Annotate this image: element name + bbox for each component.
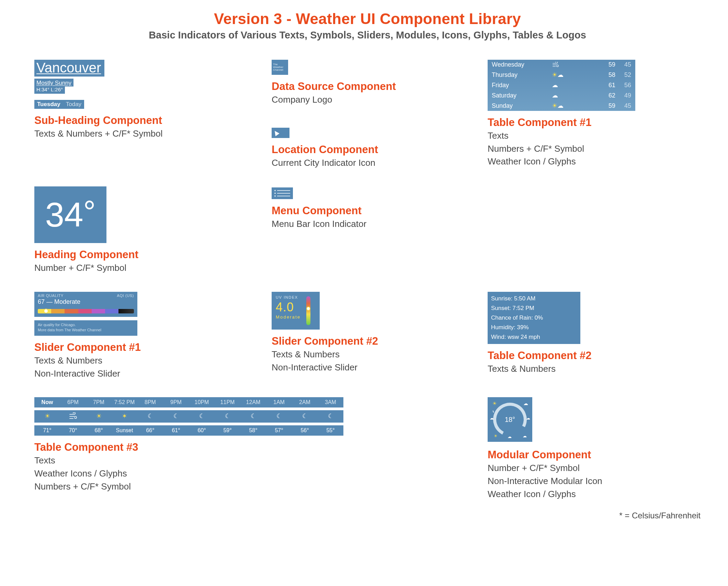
uv-gradient-slider — [306, 296, 310, 325]
moon-icon: ☾ — [189, 412, 215, 421]
day-label: Saturday — [492, 92, 552, 99]
section-desc: Weather Icon / Glyphs — [488, 488, 701, 501]
aqi-value: 67 — Moderate — [34, 298, 137, 309]
moon-icon: ☾ — [240, 412, 266, 421]
aqi-label-left: AIR QUALITY — [38, 294, 64, 298]
moon-icon: ☾ — [215, 412, 240, 421]
hi-temp: 59 — [598, 61, 615, 68]
slider-component-1: AIR QUALITY AQI (US) 67 — Moderate Air q… — [34, 292, 258, 380]
cloud-icon: ☁ — [526, 416, 530, 421]
moon-icon: ☾ — [163, 412, 189, 421]
section-desc: Non-Interactive Slider — [272, 361, 474, 374]
uv-value: 4.0 — [276, 300, 301, 314]
section-desc: Texts & Numbers — [34, 354, 258, 367]
hourly-temps-row: 71° 70° 68° Sunset 66° 61° 60° 59° 58° 5… — [34, 425, 343, 436]
table-component-2: Sunrise: 5:50 AM Sunset: 7:52 PM Chance … — [488, 292, 701, 376]
partly-cloudy-icon: ☀☁ — [552, 71, 576, 79]
table-row: Sunday ☀☁ 59 45 — [488, 101, 635, 111]
section-desc: Number + C/F* Symbol — [34, 262, 258, 275]
aqi-card: AIR QUALITY AQI (US) 67 — Moderate — [34, 292, 137, 317]
table-row: Thursday ☀☁ 58 52 — [488, 70, 635, 80]
sun-icon: ☀ — [34, 412, 60, 421]
list-item: Wind: wsw 24 mph — [491, 332, 577, 342]
hourly-table: Now 6PM 7PM 7:52 PM 8PM 9PM 10PM 11PM 12… — [34, 397, 343, 436]
page-title: Version 3 - Weather UI Component Library — [34, 10, 701, 27]
section-desc: Texts & Numbers — [488, 363, 701, 376]
section-desc: Current City Indicator Icon — [272, 157, 474, 170]
lo-temp: 56 — [615, 82, 631, 89]
cloud-icon: ☁ — [508, 434, 512, 439]
sun-icon: ☀ — [494, 434, 498, 438]
section-desc: Texts — [34, 454, 474, 467]
page-subtitle: Basic Indicators of Various Texts, Symbo… — [34, 30, 701, 41]
modular-component: 18° ☀ ☁ ☁ ☁ ☀ ☁ ☁ Modular Component Numb… — [488, 397, 701, 501]
section-title: Data Source Component — [272, 80, 474, 93]
condition-label: Mostly Sunny — [34, 79, 73, 87]
section-desc: Numbers + C/F* Symbol — [34, 480, 474, 493]
heading-component: 34° Heading Component Number + C/F* Symb… — [34, 186, 258, 275]
moon-icon: ☾ — [292, 412, 318, 421]
facts-list: Sunrise: 5:50 AM Sunset: 7:52 PM Chance … — [488, 292, 580, 344]
section-title: Slider Component #2 — [272, 335, 474, 347]
section-desc: Numbers + C/F* Symbol — [488, 142, 701, 156]
table-component-3: Now 6PM 7PM 7:52 PM 8PM 9PM 10PM 11PM 12… — [34, 397, 474, 493]
section-title: Slider Component #1 — [34, 341, 258, 354]
section-title: Modular Component — [488, 449, 701, 461]
hi-temp: 58 — [598, 71, 615, 79]
section-title: Table Component #2 — [488, 349, 701, 362]
data-source-component: The Weather Channel Data Source Componen… — [272, 60, 474, 106]
moon-icon: ☾ — [318, 412, 343, 421]
partly-cloudy-icon: ☀☁ — [552, 102, 576, 110]
day-bold: Tuesday — [34, 100, 63, 109]
table-component-1: Wednesday 59 45 Thursday ☀☁ 58 52 Fri — [488, 60, 701, 168]
aqi-label-right: AQI (US) — [117, 294, 134, 298]
day-pill: TuesdayToday — [34, 100, 258, 109]
section-desc: Non-Interactive Slider — [34, 367, 258, 380]
sun-icon: ☀ — [86, 412, 112, 421]
day-label: Wednesday — [492, 61, 552, 68]
section-desc: Weather Icon / Glyphs — [488, 155, 701, 168]
section-title: Location Component — [272, 143, 474, 156]
location-component: Location Component Current City Indicato… — [272, 128, 474, 170]
menu-list-icon — [272, 187, 293, 199]
wind-icon — [60, 412, 86, 421]
aqi-note: Air quality for Chicago. More data from … — [34, 320, 137, 336]
uv-rating: Moderate — [276, 314, 301, 320]
list-item: Sunset: 7:52 PM — [491, 303, 577, 313]
modular-dial: 18° ☀ ☁ ☁ ☁ ☀ ☁ ☁ — [488, 397, 532, 442]
sun-icon: ☀ — [492, 401, 497, 406]
hourly-icons-row: ☀ ☀ ✶ ☾ ☾ ☾ ☾ ☾ ☾ ☾ ☾ — [34, 410, 343, 423]
section-title: Menu Component — [272, 205, 474, 217]
hi-temp: 61 — [598, 82, 615, 89]
section-desc: Texts & Numbers — [272, 348, 474, 361]
forecast-table: Wednesday 59 45 Thursday ☀☁ 58 52 Fri — [488, 60, 635, 111]
section-desc: Weather Icons / Glyphs — [34, 467, 474, 480]
weather-channel-logo: The Weather Channel — [272, 60, 288, 75]
moon-icon: ☾ — [137, 412, 163, 421]
rain-icon: ☁ — [552, 92, 576, 99]
section-desc: Texts & Numbers + C/F* Symbol — [34, 127, 258, 140]
list-item: Humidity: 39% — [491, 323, 577, 332]
lo-temp: 45 — [615, 61, 631, 68]
hi-temp: 62 — [598, 92, 615, 99]
section-desc: Menu Bar Icon Indicator — [272, 218, 474, 231]
lo-temp: 49 — [615, 92, 631, 99]
slider-component-2: UV INDEX 4.0 Moderate Slider Component #… — [272, 292, 474, 374]
day-label: Friday — [492, 82, 552, 89]
sub-heading-component: Vancouver Mostly Sunny H:34° L:26° Tuesd… — [34, 60, 258, 140]
hourly-times-row: Now 6PM 7PM 7:52 PM 8PM 9PM 10PM 11PM 12… — [34, 397, 343, 407]
cloud-icon: ☁ — [490, 416, 494, 421]
table-row: Friday ☁ 61 56 — [488, 80, 635, 90]
lo-temp: 45 — [615, 102, 631, 110]
cloud-icon: ☁ — [523, 401, 528, 406]
rain-icon: ☁ — [552, 81, 576, 89]
day-dim: Today — [63, 100, 84, 109]
aqi-gradient-slider — [38, 309, 134, 313]
location-arrow-icon — [272, 128, 289, 138]
table-row: Saturday ☁ 62 49 — [488, 90, 635, 101]
section-title: Sub-Heading Component — [34, 114, 258, 127]
menu-component: Menu Component Menu Bar Icon Indicator — [272, 186, 474, 231]
hi-lo-label: H:34° L:26° — [34, 87, 65, 94]
section-desc: Texts — [488, 129, 701, 142]
footnote: * = Celsius/Fahrenheit — [34, 511, 701, 520]
